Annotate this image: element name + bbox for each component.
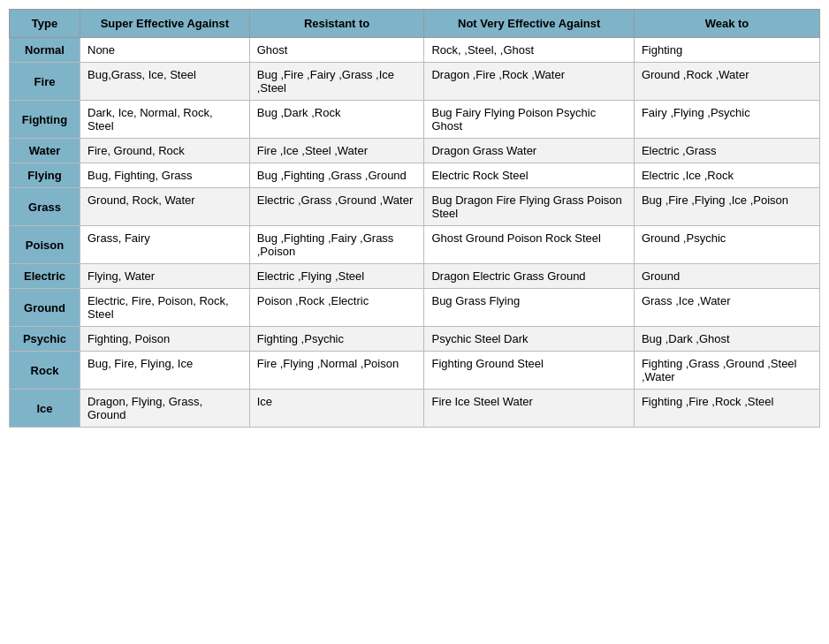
weak-to-cell: Electric ,Ice ,Rock (634, 163, 819, 188)
weak-to-cell: Fairy ,Flying ,Psychic (634, 101, 819, 139)
table-row: NormalNoneGhostRock, ,Steel, ,GhostFight… (10, 38, 820, 63)
weak-to-cell: Grass ,Ice ,Water (634, 289, 819, 327)
not-very-effective-cell: Fighting Ground Steel (424, 352, 634, 390)
table-row: PoisonGrass, FairyBug ,Fighting ,Fairy ,… (10, 226, 820, 264)
resistant-cell: Ghost (249, 38, 424, 63)
super-effective-cell: Fighting, Poison (80, 327, 250, 352)
not-very-effective-cell: Fire Ice Steel Water (424, 390, 634, 428)
resistant-cell: Fire ,Flying ,Normal ,Poison (249, 352, 424, 390)
not-very-effective-cell: Bug Grass Flying (424, 289, 634, 327)
type-cell: Poison (10, 226, 80, 264)
type-cell: Water (10, 139, 80, 163)
table-row: FlyingBug, Fighting, GrassBug ,Fighting … (10, 163, 820, 188)
super-effective-cell: Bug,Grass, Ice, Steel (80, 63, 250, 101)
resistant-cell: Bug ,Fire ,Fairy ,Grass ,Ice ,Steel (249, 63, 424, 101)
table-row: FireBug,Grass, Ice, SteelBug ,Fire ,Fair… (10, 63, 820, 101)
resistant-cell: Poison ,Rock ,Electric (249, 289, 424, 327)
col-header-type: Type (10, 10, 80, 38)
resistant-cell: Fighting ,Psychic (249, 327, 424, 352)
not-very-effective-cell: Dragon Electric Grass Ground (424, 264, 634, 289)
type-cell: Rock (10, 352, 80, 390)
table-row: ElectricFlying, WaterElectric ,Flying ,S… (10, 264, 820, 289)
weak-to-cell: Fighting (634, 38, 819, 63)
resistant-cell: Bug ,Fighting ,Fairy ,Grass ,Poison (249, 226, 424, 264)
resistant-cell: Electric ,Grass ,Ground ,Water (249, 188, 424, 226)
table-row: PsychicFighting, PoisonFighting ,Psychic… (10, 327, 820, 352)
super-effective-cell: Flying, Water (80, 264, 250, 289)
not-very-effective-cell: Dragon Grass Water (424, 139, 634, 163)
col-header-super-effective: Super Effective Against (80, 10, 250, 38)
resistant-cell: Bug ,Dark ,Rock (249, 101, 424, 139)
super-effective-cell: Dark, Ice, Normal, Rock, Steel (80, 101, 250, 139)
super-effective-cell: Dragon, Flying, Grass, Ground (80, 390, 250, 428)
resistant-cell: Bug ,Fighting ,Grass ,Ground (249, 163, 424, 188)
col-header-resistant: Resistant to (249, 10, 424, 38)
weak-to-cell: Ground ,Psychic (634, 226, 819, 264)
not-very-effective-cell: Electric Rock Steel (424, 163, 634, 188)
not-very-effective-cell: Psychic Steel Dark (424, 327, 634, 352)
weak-to-cell: Fighting ,Fire ,Rock ,Steel (634, 390, 819, 428)
resistant-cell: Fire ,Ice ,Steel ,Water (249, 139, 424, 163)
super-effective-cell: Bug, Fighting, Grass (80, 163, 250, 188)
col-header-not-very-effective: Not Very Effective Against (424, 10, 634, 38)
type-cell: Ground (10, 289, 80, 327)
table-row: RockBug, Fire, Flying, IceFire ,Flying ,… (10, 352, 820, 390)
table-row: GroundElectric, Fire, Poison, Rock, Stee… (10, 289, 820, 327)
col-header-weak-to: Weak to (634, 10, 819, 38)
table-row: FightingDark, Ice, Normal, Rock, SteelBu… (10, 101, 820, 139)
table-row: IceDragon, Flying, Grass, GroundIceFire … (10, 390, 820, 428)
weak-to-cell: Electric ,Grass (634, 139, 819, 163)
not-very-effective-cell: Dragon ,Fire ,Rock ,Water (424, 63, 634, 101)
not-very-effective-cell: Rock, ,Steel, ,Ghost (424, 38, 634, 63)
super-effective-cell: Bug, Fire, Flying, Ice (80, 352, 250, 390)
type-cell: Normal (10, 38, 80, 63)
not-very-effective-cell: Bug Dragon Fire Flying Grass Poison Stee… (424, 188, 634, 226)
super-effective-cell: Fire, Ground, Rock (80, 139, 250, 163)
super-effective-cell: Electric, Fire, Poison, Rock, Steel (80, 289, 250, 327)
resistant-cell: Electric ,Flying ,Steel (249, 264, 424, 289)
super-effective-cell: Grass, Fairy (80, 226, 250, 264)
type-cell: Psychic (10, 327, 80, 352)
weak-to-cell: Fighting ,Grass ,Ground ,Steel ,Water (634, 352, 819, 390)
table-row: GrassGround, Rock, WaterElectric ,Grass … (10, 188, 820, 226)
table-row: WaterFire, Ground, RockFire ,Ice ,Steel … (10, 139, 820, 163)
type-cell: Flying (10, 163, 80, 188)
type-cell: Fire (10, 63, 80, 101)
type-cell: Electric (10, 264, 80, 289)
weak-to-cell: Bug ,Fire ,Flying ,Ice ,Poison (634, 188, 819, 226)
weak-to-cell: Bug ,Dark ,Ghost (634, 327, 819, 352)
not-very-effective-cell: Bug Fairy Flying Poison Psychic Ghost (424, 101, 634, 139)
type-cell: Grass (10, 188, 80, 226)
weak-to-cell: Ground (634, 264, 819, 289)
type-chart-table: Type Super Effective Against Resistant t… (9, 9, 820, 428)
not-very-effective-cell: Ghost Ground Poison Rock Steel (424, 226, 634, 264)
type-cell: Ice (10, 390, 80, 428)
resistant-cell: Ice (249, 390, 424, 428)
weak-to-cell: Ground ,Rock ,Water (634, 63, 819, 101)
super-effective-cell: Ground, Rock, Water (80, 188, 250, 226)
super-effective-cell: None (80, 38, 250, 63)
type-cell: Fighting (10, 101, 80, 139)
